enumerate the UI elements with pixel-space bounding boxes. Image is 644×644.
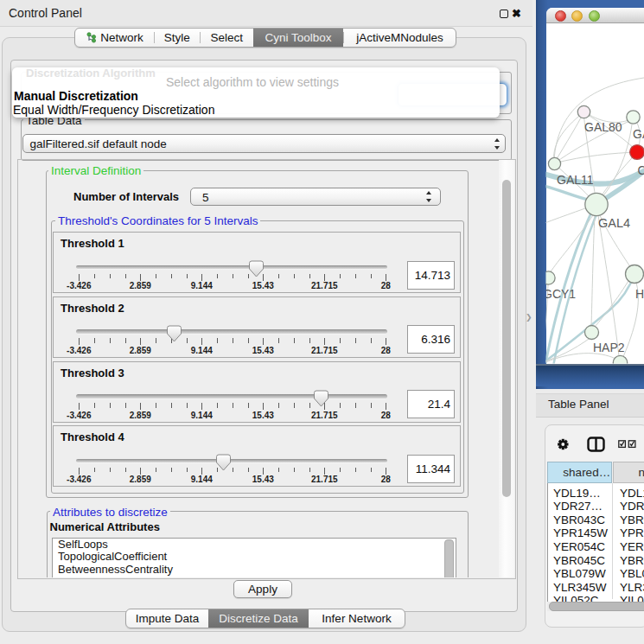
- svg-text:GA: GA: [633, 127, 644, 141]
- svg-text:GAL80: GAL80: [584, 120, 622, 134]
- svg-text:GCY1: GCY1: [543, 287, 576, 301]
- svg-text:GAL11: GAL11: [557, 173, 594, 187]
- svg-text:C: C: [638, 163, 644, 177]
- svg-text:H: H: [635, 287, 644, 301]
- svg-text:GAL4: GAL4: [598, 216, 630, 230]
- svg-text:HAP2: HAP2: [593, 341, 625, 354]
